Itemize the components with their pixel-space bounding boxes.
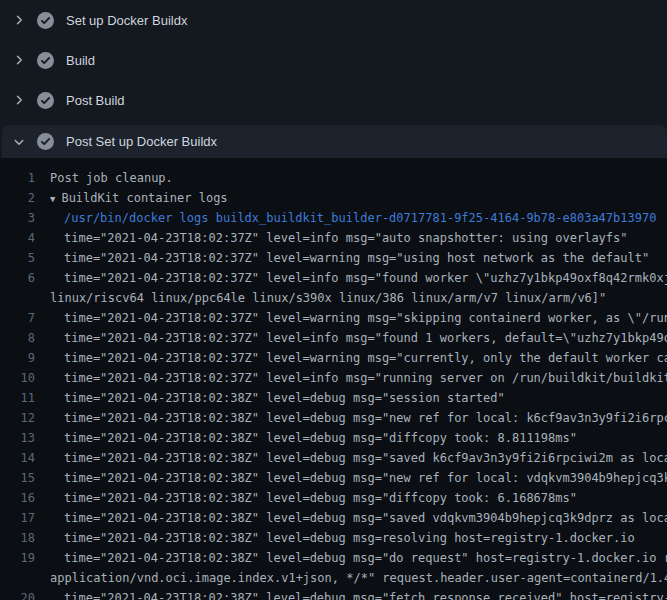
log-text: time="2021-04-23T18:02:37Z" level=warnin… <box>50 348 667 368</box>
check-circle-icon <box>37 52 54 69</box>
log-text: time="2021-04-23T18:02:37Z" level=info m… <box>50 328 667 348</box>
log-text: ▼BuildKit container logs <box>50 188 667 208</box>
log-line-number[interactable]: 11 <box>0 388 35 408</box>
step-label: Build <box>66 53 95 68</box>
log-line: 1Post job cleanup. <box>0 168 667 188</box>
log-line: 5time="2021-04-23T18:02:37Z" level=warni… <box>0 248 667 268</box>
log-text: time="2021-04-23T18:02:38Z" level=debug … <box>50 508 667 528</box>
log-text: time="2021-04-23T18:02:38Z" level=debug … <box>50 408 667 428</box>
log-line: 8time="2021-04-23T18:02:37Z" level=info … <box>0 328 667 348</box>
log-text: time="2021-04-23T18:02:37Z" level=info m… <box>50 228 667 248</box>
log-text: time="2021-04-23T18:02:38Z" level=debug … <box>50 528 667 548</box>
log-line-number[interactable]: 4 <box>0 228 35 248</box>
log-text: time="2021-04-23T18:02:37Z" level=warnin… <box>50 248 667 268</box>
log-line-number[interactable]: 1 <box>0 168 35 188</box>
log-text: time="2021-04-23T18:02:38Z" level=debug … <box>50 488 667 508</box>
step-row-post-build[interactable]: Post Build <box>0 80 667 120</box>
log-text: time="2021-04-23T18:02:38Z" level=debug … <box>50 588 667 600</box>
log-text: time="2021-04-23T18:02:38Z" level=debug … <box>50 448 667 468</box>
chevron-right-icon[interactable] <box>12 93 26 107</box>
log-line-number[interactable]: 13 <box>0 428 35 448</box>
step-row-build[interactable]: Build <box>0 40 667 80</box>
log-line-number[interactable]: 15 <box>0 468 35 488</box>
log-line: 15time="2021-04-23T18:02:38Z" level=debu… <box>0 468 667 488</box>
log-area: 1Post job cleanup.2▼BuildKit container l… <box>0 158 667 600</box>
log-line-number[interactable]: 19 <box>0 548 35 568</box>
log-line: 17time="2021-04-23T18:02:38Z" level=debu… <box>0 508 667 528</box>
log-line: 18time="2021-04-23T18:02:38Z" level=debu… <box>0 528 667 548</box>
check-circle-icon <box>37 12 54 29</box>
log-line-number <box>0 288 35 308</box>
log-line-number[interactable]: 3 <box>0 208 35 228</box>
log-line-number[interactable]: 9 <box>0 348 35 368</box>
log-line-number[interactable]: 10 <box>0 368 35 388</box>
log-text: time="2021-04-23T18:02:37Z" level=warnin… <box>50 308 667 328</box>
log-text: time="2021-04-23T18:02:38Z" level=debug … <box>50 428 667 448</box>
log-line-number[interactable]: 20 <box>0 588 35 600</box>
log-line: 12time="2021-04-23T18:02:38Z" level=debu… <box>0 408 667 428</box>
log-text: time="2021-04-23T18:02:37Z" level=info m… <box>50 268 667 288</box>
workflow-log-viewer: Set up Docker Buildx Build Post Build Po… <box>0 0 667 600</box>
log-line: 14time="2021-04-23T18:02:38Z" level=debu… <box>0 448 667 468</box>
log-line: 10time="2021-04-23T18:02:37Z" level=info… <box>0 368 667 388</box>
step-row-post-set-up-docker-buildx[interactable]: Post Set up Docker Buildx <box>2 125 667 158</box>
step-label: Set up Docker Buildx <box>66 13 187 28</box>
log-line: 7time="2021-04-23T18:02:37Z" level=warni… <box>0 308 667 328</box>
log-line-number[interactable]: 5 <box>0 248 35 268</box>
log-text: time="2021-04-23T18:02:38Z" level=debug … <box>50 388 667 408</box>
log-text: time="2021-04-23T18:02:38Z" level=debug … <box>50 468 667 488</box>
check-circle-icon <box>37 92 54 109</box>
chevron-right-icon[interactable] <box>12 53 26 67</box>
log-line: 9time="2021-04-23T18:02:37Z" level=warni… <box>0 348 667 368</box>
log-line-number[interactable]: 2 <box>0 188 35 208</box>
log-line: 11time="2021-04-23T18:02:38Z" level=debu… <box>0 388 667 408</box>
log-line: 3/usr/bin/docker logs buildx_buildkit_bu… <box>0 208 667 228</box>
log-text: application/vnd.oci.image.index.v1+json,… <box>50 568 667 588</box>
log-line-number[interactable]: 14 <box>0 448 35 468</box>
log-text: Post job cleanup. <box>50 168 667 188</box>
log-command-link[interactable]: /usr/bin/docker logs buildx_buildkit_bui… <box>50 208 667 228</box>
log-line-number[interactable]: 17 <box>0 508 35 528</box>
step-label: Post Set up Docker Buildx <box>66 134 217 149</box>
log-text: linux/riscv64 linux/ppc64le linux/s390x … <box>50 288 667 308</box>
log-line-number[interactable]: 7 <box>0 308 35 328</box>
log-line: 2▼BuildKit container logs <box>0 188 667 208</box>
log-line-number[interactable]: 18 <box>0 528 35 548</box>
log-line: 13time="2021-04-23T18:02:38Z" level=debu… <box>0 428 667 448</box>
log-line: 16time="2021-04-23T18:02:38Z" level=debu… <box>0 488 667 508</box>
log-line: 6time="2021-04-23T18:02:37Z" level=info … <box>0 268 667 288</box>
log-line-number[interactable]: 8 <box>0 328 35 348</box>
log-line: linux/riscv64 linux/ppc64le linux/s390x … <box>0 288 667 308</box>
step-label: Post Build <box>66 93 125 108</box>
log-line-number <box>0 568 35 588</box>
chevron-down-icon[interactable] <box>12 135 26 149</box>
check-circle-icon <box>37 133 54 150</box>
log-text: time="2021-04-23T18:02:38Z" level=debug … <box>50 548 667 568</box>
log-text: time="2021-04-23T18:02:37Z" level=info m… <box>50 368 667 388</box>
log-line-number[interactable]: 16 <box>0 488 35 508</box>
log-line: 4time="2021-04-23T18:02:37Z" level=info … <box>0 228 667 248</box>
chevron-right-icon[interactable] <box>12 13 26 27</box>
step-row-set-up-docker-buildx[interactable]: Set up Docker Buildx <box>0 0 667 40</box>
log-line: 19time="2021-04-23T18:02:38Z" level=debu… <box>0 548 667 568</box>
log-line: 20time="2021-04-23T18:02:38Z" level=debu… <box>0 588 667 600</box>
log-line: application/vnd.oci.image.index.v1+json,… <box>0 568 667 588</box>
log-line-number[interactable]: 12 <box>0 408 35 428</box>
log-line-number[interactable]: 6 <box>0 268 35 288</box>
log-group-expander-icon[interactable]: ▼ <box>50 194 55 204</box>
